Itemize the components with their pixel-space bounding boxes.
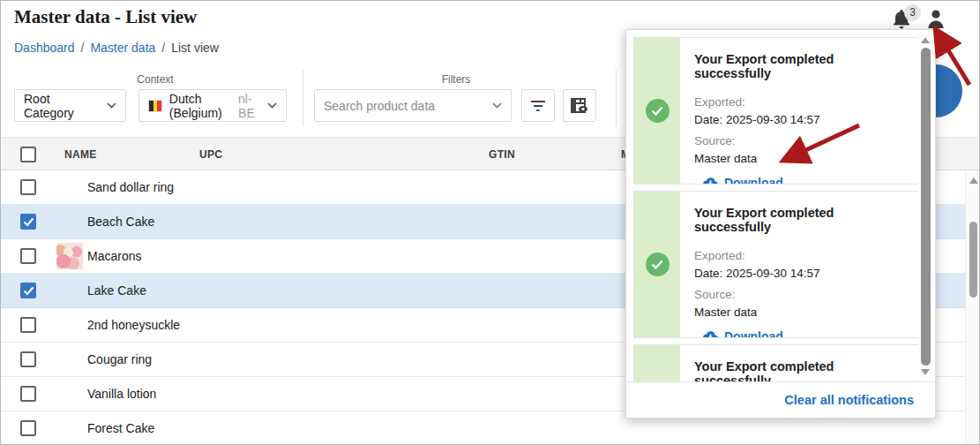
exported-label: Exported: [694,247,906,265]
column-visibility-icon [571,98,588,113]
cloud-download-icon [703,177,718,185]
notification-card: Your Export completed successfully Expor… [633,344,919,382]
notification-card: Your Export completed successfully Expor… [633,37,919,185]
filter-button[interactable] [521,89,555,122]
search-product-data-select[interactable]: Search product data [314,89,512,122]
success-check-icon [646,99,670,123]
breadcrumb-master-data-link[interactable]: Master data [90,41,155,55]
chevron-down-icon [100,102,116,109]
source-label: Source: [694,286,906,304]
row-checkbox[interactable] [20,179,36,195]
scrollbar-thumb[interactable] [969,222,977,298]
row-checkbox[interactable] [20,248,36,264]
notification-success-stripe [634,38,680,184]
language-select-value: Dutch (Belgium) [169,92,234,120]
product-name: Forest Cake [87,411,154,445]
search-placeholder: Search product data [324,99,435,113]
breadcrumb-separator: / [81,41,85,55]
page-title: Master data - List view [14,6,197,28]
notification-title: Your Export completed successfully [694,206,906,234]
row-checkbox-checked[interactable] [20,214,36,230]
column-header-upc[interactable]: UPC [199,138,222,171]
product-name: Macarons [87,239,141,274]
belgium-flag-icon [148,100,162,112]
row-checkbox[interactable] [20,420,36,436]
scroll-up-arrow-icon[interactable] [969,177,978,184]
column-visibility-button[interactable] [563,89,596,122]
notification-card: Your Export completed successfully Expor… [633,191,919,338]
select-all-checkbox[interactable] [20,147,36,162]
language-code: nl-BE [238,92,260,120]
export-date: Date: 2025-09-30 14:57 [694,265,906,283]
breadcrumb: Dashboard/Master data/List view [14,41,219,55]
row-checkbox[interactable] [20,386,36,402]
download-link[interactable]: Download [703,176,906,185]
scrollbar-thumb[interactable] [921,48,931,366]
category-select[interactable]: Root Category [14,89,126,122]
product-name: Lake Cake [87,274,146,308]
product-name: Sand dollar ring [87,170,174,205]
notifications-scrollbar[interactable] [918,32,933,381]
table-vertical-scrollbar[interactable] [965,170,980,445]
success-check-icon [646,253,670,276]
scroll-up-arrow-icon[interactable] [921,37,930,43]
notifications-footer: Clear all notifications [626,381,935,418]
download-link[interactable]: Download [703,329,906,338]
row-checkbox[interactable] [20,317,36,333]
notification-title: Your Export completed successfully [694,52,906,80]
row-checkbox[interactable] [20,351,36,367]
product-name: 2nd honeysuckle [87,308,180,343]
breadcrumb-current: List view [171,41,219,55]
chevron-down-icon [260,102,277,109]
toolbar-divider [616,70,617,126]
export-date: Date: 2025-09-30 14:57 [694,111,906,129]
export-source: Master data [694,304,906,321]
breadcrumb-dashboard-link[interactable]: Dashboard [14,41,75,55]
notification-title: Your Export completed successfully [694,359,906,382]
column-header-name[interactable]: NAME [64,138,97,171]
breadcrumb-separator: / [161,41,165,55]
product-image [56,243,83,269]
export-source: Master data [694,150,906,168]
cloud-download-icon [703,331,718,338]
row-checkbox-checked[interactable] [20,283,36,298]
context-group-label: Context [107,73,204,86]
notifications-panel: Your Export completed successfully Expor… [625,29,936,419]
master-data-list-view-page: Master data - List view Dashboard/Master… [0,0,980,445]
column-header-gtin[interactable]: GTIN [489,138,515,171]
product-name: Cougar ring [87,343,152,377]
chevron-down-icon [485,102,502,109]
filters-group-label: Filters [407,73,505,86]
user-account-icon[interactable] [924,7,949,32]
exported-label: Exported: [694,94,906,111]
clear-all-notifications-link[interactable]: Clear all notifications [784,382,914,418]
product-name: Vanilla lotion [87,377,156,411]
notification-success-stripe [634,192,680,337]
category-select-value: Root Category [24,92,100,120]
toolbar-divider [303,70,303,126]
source-label: Source: [694,132,906,150]
product-name: Beach Cake [87,205,154,239]
notifications-scroll-area: Your Export completed successfully Expor… [626,30,937,382]
scroll-down-arrow-icon[interactable] [921,369,930,375]
notification-count-badge: 3 [904,4,921,21]
notification-success-stripe [634,345,680,382]
filter-icon [530,100,546,112]
language-context-select[interactable]: Dutch (Belgium) nl-BE [138,89,287,122]
